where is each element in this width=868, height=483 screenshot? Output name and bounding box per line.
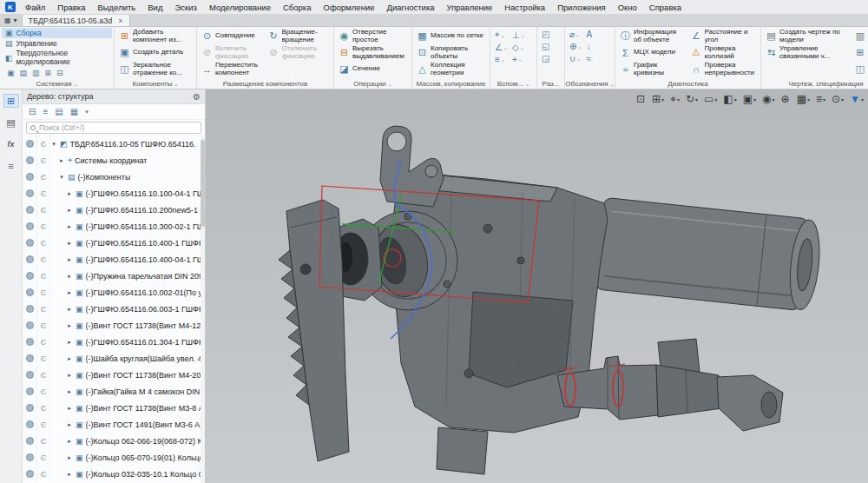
panel-strip-icon[interactable]: ▤ [3, 116, 19, 129]
menu-item[interactable]: Оформление [318, 1, 381, 14]
tree-row[interactable]: Є ▸ ▣ (-)Шайба круглая(Шайба увел. 4 [23, 350, 205, 367]
excluded-state-icon[interactable]: Є [37, 367, 50, 383]
excluded-state-icon[interactable]: Є [37, 268, 50, 284]
auxiliary-tool-button[interactable]: ⌖⌄ [495, 30, 508, 40]
document-tab[interactable]: ТБДР.654116.10-05.a3d × [22, 15, 130, 26]
visibility-eye-icon[interactable] [23, 350, 37, 367]
drawing-extra-button-1[interactable]: ▥ Соз... [852, 28, 868, 44]
tree-row[interactable]: Є ▸ ▣ (-)ГШФЮ.654116.10.200new5-1 ГШ [23, 202, 205, 218]
visibility-eye-icon[interactable] [23, 235, 37, 251]
viewport-tool-button[interactable]: ↻▾ [686, 93, 698, 105]
mate-rotation-button[interactable]: ↻ Вращение-вращение [266, 28, 332, 44]
continuity-check-button[interactable]: ∩ Проверка непрерывности [688, 61, 760, 77]
visibility-eye-icon[interactable] [23, 136, 37, 152]
expand-arrow-icon[interactable]: ▸ [66, 273, 73, 280]
tree-row[interactable]: Є ▸ ▣ (-)Пружина тарельчатая DIN 2093 [23, 268, 205, 284]
visibility-eye-icon[interactable] [23, 202, 37, 218]
group-label-symbols[interactable]: Обозначения⌄ [565, 78, 615, 89]
mass-properties-button[interactable]: Σ МЦХ модели [617, 44, 688, 61]
mirror-components-button[interactable]: ◫ Зеркальное отражение ко... [116, 61, 194, 77]
system-tool-icon[interactable]: ▣ [7, 69, 15, 77]
visibility-eye-icon[interactable] [23, 152, 37, 169]
geometry-collection-button[interactable]: △ Коллекция геометрии [414, 61, 488, 77]
mate-coincident-button[interactable]: ⊙ Совпадение [199, 28, 266, 44]
tree-row[interactable]: Є ▸ ▣ (-)ГШФЮ.654116.10.400-1 ГШФЮ. [23, 235, 205, 251]
expand-arrow-icon[interactable]: ▸ [66, 421, 73, 428]
visibility-eye-icon[interactable] [23, 301, 37, 317]
system-tool-icon[interactable]: ▥ [32, 69, 40, 77]
expand-arrow-icon[interactable]: ▸ [66, 388, 73, 395]
system-tool-icon[interactable]: ▤ [20, 69, 28, 77]
search-input[interactable] [39, 123, 197, 132]
symbol-tool-button[interactable]: ≈ [586, 54, 593, 63]
visibility-eye-icon[interactable] [23, 449, 37, 466]
panel-strip-icon[interactable]: ≡ [3, 159, 19, 173]
menu-item[interactable]: Моделирование [203, 1, 277, 14]
system-tool-icon[interactable]: ⊞ [45, 69, 52, 77]
viewport-tool-button[interactable]: ◉▾ [762, 93, 775, 105]
assembly-model[interactable] [279, 126, 824, 474]
copy-objects-button[interactable]: ⊡ Копировать объекты [414, 44, 488, 61]
viewport-tool-button[interactable]: ⌖▾ [670, 93, 680, 105]
menu-item[interactable]: Эскиз [168, 1, 202, 14]
tree-row[interactable]: Є ▸ ▣ (-)Винт ГОСТ 1491(Винт М3-6 А2) [23, 416, 205, 433]
expand-arrow-icon[interactable]: ▸ [66, 471, 73, 478]
auxiliary-tool-button[interactable]: ◇⌄ [512, 43, 525, 52]
excluded-state-icon[interactable]: Є [37, 334, 50, 350]
collision-check-button[interactable]: ⚠ Проверка коллизий [688, 44, 760, 61]
menu-item[interactable]: Справка [643, 1, 687, 14]
simple-hole-button[interactable]: ◉ Отверстие простое [336, 28, 410, 44]
tree-row[interactable]: Є ▸ ▣ (-)Винт ГОСТ 11738(Винт М4-20 А2 [23, 367, 205, 383]
tab-list-icon[interactable]: ▦ [4, 17, 11, 24]
tree-row[interactable]: Є ▸ ▣ (-)Кольцо 062-066-19(068-072) Кол [23, 433, 205, 449]
symbol-tool-button[interactable]: ⌀⌄ [569, 30, 582, 39]
excluded-state-icon[interactable]: Є [37, 218, 50, 235]
visibility-eye-icon[interactable] [23, 218, 37, 235]
menu-item[interactable]: Окно [612, 1, 643, 14]
visibility-eye-icon[interactable] [23, 317, 37, 334]
menu-item[interactable]: Настройка [498, 1, 551, 14]
create-drawing-button[interactable]: ▤ Создать чертеж по модели [763, 28, 852, 44]
move-component-button[interactable]: ↔ Переместить компонент [199, 61, 266, 77]
tree-toolbar-icon[interactable]: ▦ [70, 107, 78, 116]
manage-linked-button[interactable]: ⇆ Управление связанными ч... [763, 44, 852, 61]
expand-arrow-icon[interactable]: ▸ [66, 240, 73, 247]
symbol-tool-button[interactable]: ↓ [586, 42, 593, 51]
scrollbar-thumb[interactable] [201, 140, 205, 227]
visibility-eye-icon[interactable] [23, 251, 37, 268]
tree-toolbar-icon[interactable]: ▾ [85, 109, 89, 116]
menu-item[interactable]: Файл [19, 1, 51, 14]
group-label-operations[interactable]: Операции⌄ [334, 78, 411, 89]
viewport-tool-button[interactable]: ≡▾ [816, 93, 825, 105]
menu-item[interactable]: Диагностика [380, 1, 440, 14]
expand-arrow-icon[interactable]: ▸ [66, 256, 73, 263]
expand-arrow-icon[interactable]: ▸ [66, 289, 73, 296]
excluded-state-icon[interactable]: Є [37, 251, 50, 268]
tree-row[interactable]: Є ▸ ▣ (-)ГШФЮ.654116.06.003-1 ГШФЮ.6 [23, 301, 205, 317]
visibility-eye-icon[interactable] [23, 185, 37, 202]
excluded-state-icon[interactable]: Є [37, 416, 50, 433]
visibility-eye-icon[interactable] [23, 400, 37, 416]
excluded-state-icon[interactable]: Є [37, 350, 50, 367]
layout-tool-button[interactable]: ◰ [542, 30, 550, 39]
auxiliary-tool-button[interactable]: ⊥⌄ [512, 30, 525, 40]
visibility-eye-icon[interactable] [23, 466, 37, 482]
excluded-state-icon[interactable]: Є [37, 169, 50, 185]
tree-row[interactable]: Є ▸ ▣ (-)Винт ГОСТ 11738(Винт М4-12 А2 [23, 317, 205, 334]
visibility-eye-icon[interactable] [23, 334, 37, 350]
excluded-state-icon[interactable]: Є [37, 317, 50, 334]
excluded-state-icon[interactable]: Є [37, 301, 50, 317]
menu-item[interactable]: Правка [51, 1, 91, 14]
tree-row[interactable]: Є ▾ ◩ ТБДР.654116.10-05 ГШФЮ.654116. [23, 136, 205, 152]
tree-scrollbar[interactable] [201, 135, 205, 483]
object-info-button[interactable]: ⓘ Информация об объекте [617, 28, 688, 44]
viewport-tool-button[interactable]: ▭▾ [704, 93, 717, 105]
visibility-eye-icon[interactable] [23, 268, 37, 284]
menu-item[interactable]: Приложения [551, 1, 612, 14]
panel-strip-icon[interactable]: fx [3, 137, 19, 151]
expand-arrow-icon[interactable]: ▸ [66, 306, 73, 313]
expand-arrow-icon[interactable]: ▸ [66, 223, 73, 230]
visibility-eye-icon[interactable] [23, 383, 37, 400]
expand-arrow-icon[interactable]: ▸ [66, 355, 73, 362]
tree-row[interactable]: Є ▸ ▣ (-)ГШФЮ.654116.10.300-02-1 ГШФ [23, 218, 205, 235]
